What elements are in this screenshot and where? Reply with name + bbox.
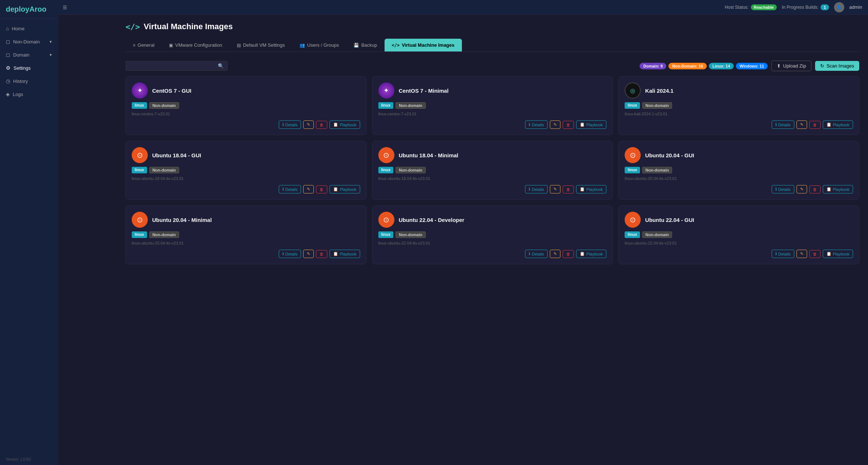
info-icon: ℹ: [282, 187, 284, 192]
details-button[interactable]: ℹ Details: [772, 120, 794, 129]
info-icon: ℹ: [282, 122, 284, 127]
vm-card-kali-2024: ◎ Kali 2024.1 linuxNon-domain linux-kali…: [618, 76, 859, 135]
card-actions: ℹ Details ✎ 🗑 📋 Playbook: [132, 250, 360, 258]
playbook-button[interactable]: 📋 Playbook: [823, 250, 853, 258]
sidebar-item-domain[interactable]: ◻ Domain ▼: [0, 48, 58, 61]
scan-label: Scan Images: [826, 63, 854, 69]
tab-virtual-machine-images[interactable]: </> Virtual Machine Images: [385, 39, 462, 51]
tab-backup[interactable]: 💾 Backup: [346, 39, 384, 51]
vmware-icon: ▣: [169, 43, 173, 48]
edit-button[interactable]: ✎: [303, 185, 314, 193]
tag-linux: linux: [132, 167, 147, 173]
host-status-label: Host Status:: [725, 5, 748, 10]
delete-button[interactable]: 🗑: [563, 185, 574, 193]
sidebar-item-history[interactable]: ◷ History: [0, 74, 58, 88]
card-actions: ℹ Details ✎ 🗑 📋 Playbook: [132, 120, 360, 129]
delete-button[interactable]: 🗑: [316, 121, 327, 129]
details-button[interactable]: ℹ Details: [279, 120, 301, 129]
builds-label: In Progress Builds:: [782, 5, 819, 10]
playbook-icon: 📋: [580, 122, 585, 127]
sidebar-item-home[interactable]: ⌂ Home: [0, 22, 58, 35]
playbook-button[interactable]: 📋 Playbook: [329, 120, 360, 129]
main-content: </> Virtual Machine Images ≡ General ▣ V…: [117, 15, 868, 465]
filter-badge-nondomain[interactable]: Non-Domain: 16: [668, 63, 706, 69]
details-button[interactable]: ℹ Details: [525, 250, 548, 258]
tab-general[interactable]: ≡ General: [126, 39, 162, 51]
edit-button[interactable]: ✎: [796, 185, 807, 193]
edit-icon: ✎: [553, 187, 557, 192]
page-title-row: </> Virtual Machine Images: [126, 22, 859, 31]
delete-button[interactable]: 🗑: [563, 250, 574, 258]
info-icon: ℹ: [775, 187, 777, 192]
tag-linux: linux: [625, 231, 640, 238]
card-path: linux-ubuntu-22.04-lts-v23.01: [378, 241, 607, 245]
card-header: ⊙ Ubuntu 18.04 - GUI: [132, 147, 360, 163]
card-path: linux-centos-7-v23.01: [378, 112, 607, 116]
card-tags: linuxNon-domain: [378, 102, 607, 109]
edit-button[interactable]: ✎: [303, 250, 314, 258]
playbook-button[interactable]: 📋 Playbook: [576, 250, 606, 258]
edit-button[interactable]: ✎: [796, 250, 807, 258]
edit-button[interactable]: ✎: [796, 120, 807, 129]
filter-badge-domain[interactable]: Domain: 9: [640, 63, 666, 69]
tab-default-vm[interactable]: ▤ Default VM Settings: [229, 39, 292, 51]
sidebar-item-settings[interactable]: ⚙ Settings: [0, 61, 58, 74]
details-button[interactable]: ℹ Details: [525, 185, 548, 193]
search-input[interactable]: [130, 63, 218, 69]
playbook-button[interactable]: 📋 Playbook: [823, 185, 853, 193]
avatar: 👤: [834, 2, 844, 12]
edit-button[interactable]: ✎: [550, 250, 560, 258]
edit-button[interactable]: ✎: [550, 185, 560, 193]
edit-icon: ✎: [307, 187, 310, 192]
card-path: linux-ubuntu-18.04-lts-v23.01: [378, 176, 607, 181]
card-path: linux-ubuntu-20.04-lts-v23.01: [132, 241, 360, 245]
upload-zip-button[interactable]: ⬆ Upload Zip: [771, 61, 811, 71]
info-icon: ℹ: [775, 251, 777, 256]
edit-button[interactable]: ✎: [303, 120, 314, 129]
details-button[interactable]: ℹ Details: [279, 250, 301, 258]
card-actions: ℹ Details ✎ 🗑 📋 Playbook: [378, 120, 607, 129]
delete-button[interactable]: 🗑: [809, 185, 821, 193]
delete-button[interactable]: 🗑: [316, 250, 327, 258]
sidebar-item-label: Home: [12, 26, 24, 31]
hamburger-button[interactable]: ☰: [58, 0, 72, 15]
tab-vmware[interactable]: ▣ VMware Configuration: [162, 39, 229, 51]
playbook-button[interactable]: 📋 Playbook: [576, 120, 606, 129]
details-button[interactable]: ℹ Details: [772, 185, 794, 193]
filter-badges: Domain: 9 Non-Domain: 16 Linux: 14 Windo…: [640, 63, 768, 69]
tag-linux: linux: [132, 102, 147, 109]
users-icon: 👥: [300, 43, 305, 48]
delete-button[interactable]: 🗑: [563, 121, 574, 129]
playbook-button[interactable]: 📋 Playbook: [823, 120, 853, 129]
playbook-icon: 📋: [580, 251, 585, 256]
settings-tabs: ≡ General ▣ VMware Configuration ▤ Defau…: [126, 39, 859, 52]
filter-badge-windows[interactable]: Windows: 11: [736, 63, 768, 69]
delete-button[interactable]: 🗑: [316, 185, 327, 193]
details-button[interactable]: ℹ Details: [525, 120, 548, 129]
playbook-button[interactable]: 📋 Playbook: [576, 185, 606, 193]
tab-users-groups[interactable]: 👥 Users / Groups: [292, 39, 346, 51]
tag-linux: linux: [378, 167, 394, 173]
sidebar-item-logs[interactable]: ◈ Logs: [0, 88, 58, 101]
card-avatar: ✦: [132, 82, 148, 99]
filter-badge-linux[interactable]: Linux: 14: [709, 63, 734, 69]
details-button[interactable]: ℹ Details: [772, 250, 794, 258]
details-button[interactable]: ℹ Details: [279, 185, 301, 193]
tag-non-domain: Non-domain: [149, 167, 179, 173]
edit-button[interactable]: ✎: [550, 120, 560, 129]
playbook-button[interactable]: 📋 Playbook: [329, 250, 360, 258]
tab-label: Virtual Machine Images: [402, 42, 454, 48]
tag-linux: linux: [132, 231, 147, 238]
sidebar-item-label: History: [13, 78, 28, 84]
page-title: Virtual Machine Images: [144, 22, 233, 31]
scan-images-button[interactable]: ↻ Scan Images: [815, 61, 859, 71]
delete-button[interactable]: 🗑: [809, 250, 821, 258]
card-header: ⊙ Ubuntu 22.04 - Developer: [378, 212, 607, 228]
delete-button[interactable]: 🗑: [809, 121, 821, 129]
host-status-badge: Reachable: [751, 4, 777, 10]
tag-linux: linux: [378, 231, 394, 238]
card-tags: linuxNon-domain: [132, 167, 360, 173]
sidebar-item-non-domain[interactable]: ◻ Non-Domain ▼: [0, 35, 58, 48]
card-title: Ubuntu 22.04 - GUI: [645, 217, 694, 223]
playbook-button[interactable]: 📋 Playbook: [329, 185, 360, 193]
